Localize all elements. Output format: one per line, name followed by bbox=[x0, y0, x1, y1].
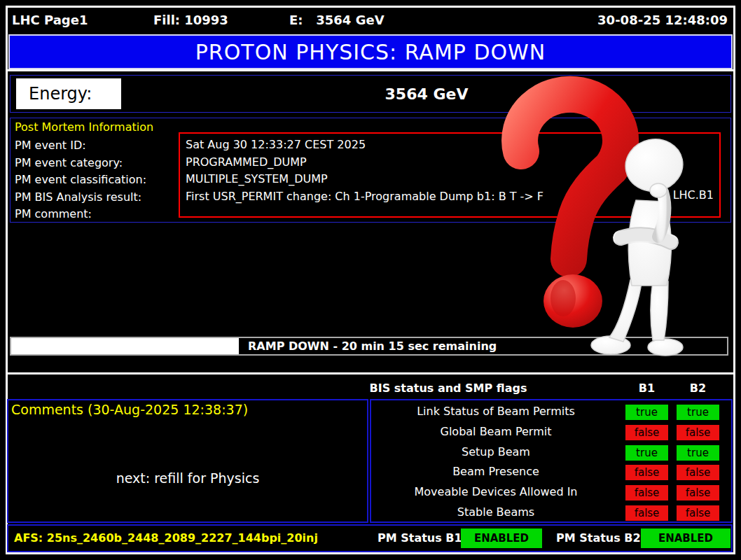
post-mortem-values: Sat Aug 30 12:33:27 CEST 2025 PROGRAMMED… bbox=[186, 136, 714, 205]
pm-label: PM BIS Analysis result: bbox=[15, 189, 146, 206]
clock: 30-08-25 12:48:09 bbox=[597, 13, 728, 27]
energy-value: 3564 GeV bbox=[123, 76, 730, 112]
pm-value: Sat Aug 30 12:33:27 CEST 2025 bbox=[186, 136, 714, 154]
status-badge-b1: false bbox=[625, 425, 668, 440]
comments-box: Comments (30-Aug-2025 12:38:37) next: re… bbox=[7, 399, 368, 523]
bis-rows: Link Status of Beam Permits true true Gl… bbox=[371, 402, 731, 524]
bis-flag-label: Link Status of Beam Permits bbox=[371, 405, 621, 418]
bis-flag-label: Setup Beam bbox=[371, 445, 621, 458]
pm-label: PM event ID: bbox=[15, 137, 146, 155]
table-row: Stable Beams false false bbox=[371, 503, 731, 524]
pm-status-b1-badge: ENABLED bbox=[461, 528, 542, 548]
page-title: LHC Page1 bbox=[12, 13, 88, 27]
status-badge-b2: false bbox=[677, 485, 719, 500]
pm-value: First USR_PERMIT change: Ch 1-Programabl… bbox=[186, 188, 714, 206]
progress-bar: RAMP DOWN - 20 min 15 sec remaining bbox=[10, 337, 728, 356]
energy-label: Energy: bbox=[16, 78, 121, 109]
bis-flag-label: Moveable Devices Allowed In bbox=[371, 485, 621, 498]
energy-row: Energy: 3564 GeV bbox=[10, 75, 731, 113]
afs-filling-scheme: AFS: 25ns_2460b_2448_2089_2227_144bpi_20… bbox=[14, 526, 318, 551]
status-badge-b2: false bbox=[677, 425, 719, 440]
status-badge-b2: true bbox=[677, 445, 719, 461]
pm-label: PM event classification: bbox=[15, 172, 146, 189]
post-mortem-values-box: Sat Aug 30 12:33:27 CEST 2025 PROGRAMMED… bbox=[179, 132, 721, 218]
pm-value: MULTIPLE_SYSTEM_DUMP bbox=[186, 171, 714, 188]
table-row: Link Status of Beam Permits true true bbox=[371, 402, 731, 423]
status-badge-b1: false bbox=[625, 505, 668, 521]
pm-value: PROGRAMMED_DUMP bbox=[186, 154, 714, 172]
bis-section-title: BIS status and SMP flags bbox=[329, 382, 567, 395]
status-badge-b1: false bbox=[625, 465, 668, 480]
status-badge-b2: false bbox=[677, 465, 719, 480]
table-row: Beam Presence false false bbox=[371, 463, 731, 483]
progress-fill bbox=[11, 338, 239, 354]
table-row: Setup Beam true true bbox=[371, 443, 731, 463]
table-row: Moveable Devices Allowed In false false bbox=[371, 483, 731, 503]
status-badge-b1: false bbox=[625, 485, 668, 500]
status-badge-b1: true bbox=[625, 445, 668, 461]
bis-flag-label: Beam Presence bbox=[371, 465, 621, 478]
pm-status-b2-label: PM Status B2 bbox=[556, 526, 641, 551]
pm-status-b1-label: PM Status B1 bbox=[378, 526, 462, 551]
bis-flags-table: Link Status of Beam Permits true true Gl… bbox=[370, 399, 733, 523]
status-badge-b1: true bbox=[625, 405, 668, 420]
comments-title: Comments (30-Aug-2025 12:38:37) bbox=[11, 402, 248, 417]
post-mortem-title: Post Mortem Information bbox=[15, 120, 153, 134]
mode-banner: PROTON PHYSICS: RAMP DOWN bbox=[8, 34, 733, 69]
comments-text: next: refill for Physics bbox=[8, 470, 367, 486]
bis-column-b1: B1 bbox=[625, 382, 668, 395]
pm-value-tail: LHC.B1 bbox=[673, 188, 714, 202]
bis-flag-label: Global Beam Permit bbox=[371, 425, 621, 438]
top-bar: LHC Page1 Fill: 10993 E: 3564 GeV 30-08-… bbox=[8, 8, 733, 33]
pm-label: PM comment: bbox=[15, 206, 146, 223]
post-mortem-section: Post Mortem Information PM event ID: PM … bbox=[10, 118, 731, 223]
bis-column-b2: B2 bbox=[677, 382, 719, 395]
pm-status-b2-badge: ENABLED bbox=[641, 528, 730, 548]
fill-number: Fill: 10993 bbox=[153, 13, 228, 27]
lhc-page1-screen: LHC Page1 Fill: 10993 E: 3564 GeV 30-08-… bbox=[0, 0, 741, 560]
bis-flag-label: Stable Beams bbox=[371, 505, 621, 519]
pm-label: PM event category: bbox=[15, 155, 146, 172]
post-mortem-labels: PM event ID: PM event category: PM event… bbox=[15, 137, 146, 223]
status-badge-b2: false bbox=[677, 505, 719, 521]
status-badge-b2: true bbox=[677, 405, 719, 420]
beam-energy: E: 3564 GeV bbox=[289, 13, 385, 27]
footer-bar: AFS: 25ns_2460b_2448_2089_2227_144bpi_20… bbox=[7, 524, 733, 552]
progress-text: RAMP DOWN - 20 min 15 sec remaining bbox=[248, 338, 497, 354]
table-row: Global Beam Permit false false bbox=[371, 423, 731, 443]
